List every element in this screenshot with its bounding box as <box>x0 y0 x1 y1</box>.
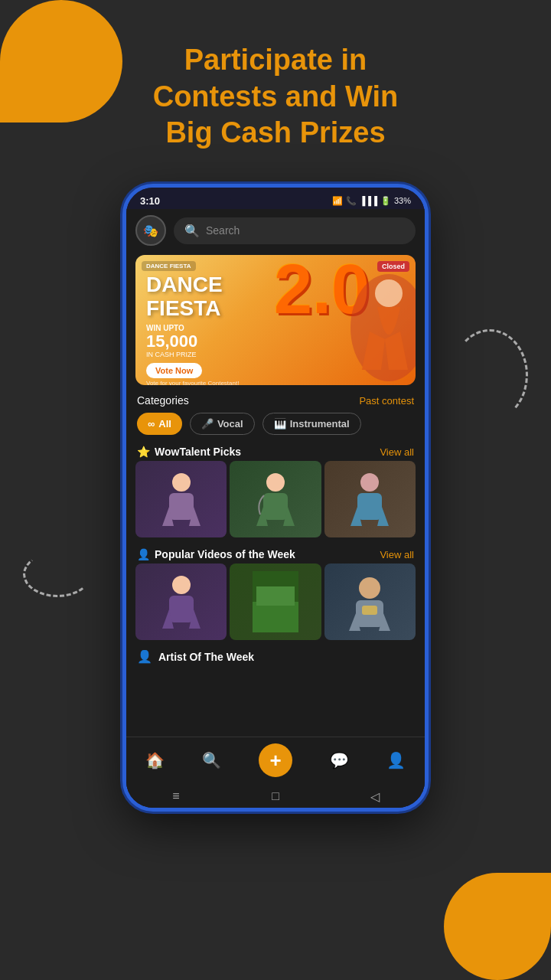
decorative-dashed-curve-left <box>23 551 92 597</box>
top-bar: 🎭 🔍 Search <box>126 209 425 252</box>
popular-videos-grid <box>126 564 425 646</box>
nav-search[interactable]: 🔍 <box>202 750 222 770</box>
search-nav-icon: 🔍 <box>202 750 222 770</box>
wow-video-3[interactable] <box>324 461 416 537</box>
wow-video-1[interactable] <box>135 461 227 537</box>
header-highlight: Cash Prizes <box>220 116 385 149</box>
contest-banner[interactable]: DANCE FIESTA Closed DANCE FIESTA WIN UPT… <box>135 255 416 385</box>
svg-point-6 <box>360 473 379 492</box>
banner-badge: DANCE FIESTA <box>142 261 196 271</box>
popular-videos-label: Popular Videos of the Week <box>155 548 295 560</box>
chat-icon: 💬 <box>329 750 349 770</box>
filter-chips: ∞ All 🎤 Vocal 🎹 Instrumental <box>126 410 425 441</box>
mic-icon: 🎤 <box>201 418 214 430</box>
popular-video-3[interactable] <box>324 564 416 640</box>
wow-talent-title: ⭐ WowTalent Picks <box>137 446 241 458</box>
popular-video-3-overlay <box>324 564 416 640</box>
popular-videos-header: 👤 Popular Videos of the Week View all <box>126 544 425 564</box>
nav-add[interactable]: + <box>259 743 292 777</box>
svg-rect-9 <box>169 596 194 622</box>
status-time: 3:10 <box>140 195 160 207</box>
wow-video-2-overlay <box>230 461 321 537</box>
decorative-blob-bottom-right <box>444 873 551 980</box>
profile-icon: 👤 <box>386 750 406 770</box>
banner-vote-button[interactable]: Vote Now <box>146 363 202 378</box>
svg-point-13 <box>359 577 380 599</box>
header-line1: Participate in <box>184 44 367 76</box>
sys-menu-button[interactable]: ≡ <box>168 788 184 805</box>
past-contest-link[interactable]: Past contest <box>359 395 414 407</box>
popular-videos-view-all[interactable]: View all <box>380 549 414 560</box>
svg-point-8 <box>172 576 191 594</box>
battery-percent: 33% <box>394 196 411 205</box>
status-icons: 📶 📞 ▐▐▐ 🔋 33% <box>332 196 411 206</box>
call-icon: 📞 <box>346 196 357 206</box>
svg-point-2 <box>172 473 191 492</box>
svg-rect-3 <box>169 493 194 520</box>
filter-chip-instrumental[interactable]: 🎹 Instrumental <box>262 413 361 435</box>
piano-icon: 🎹 <box>274 418 286 430</box>
categories-row: Categories Past contest <box>126 388 425 410</box>
home-icon: 🏠 <box>145 750 165 770</box>
bottom-nav: 🏠 🔍 + 💬 👤 <box>126 737 425 782</box>
person-icon: 👤 <box>137 548 150 560</box>
popular-videos-title: 👤 Popular Videos of the Week <box>137 548 295 560</box>
popular-video-2-overlay <box>230 564 321 640</box>
svg-rect-7 <box>357 493 382 520</box>
app-logo[interactable]: 🎭 <box>135 215 166 246</box>
banner-dancer <box>331 270 416 385</box>
wow-talent-grid <box>126 461 425 544</box>
filter-vocal-label: Vocal <box>217 418 243 430</box>
filter-chip-all[interactable]: ∞ All <box>137 413 182 435</box>
header-line3-prefix: Big <box>165 116 220 149</box>
decorative-dashed-curve-right <box>452 329 528 421</box>
filter-all-label: All <box>158 418 171 430</box>
svg-rect-11 <box>253 602 298 632</box>
popular-video-1-overlay <box>135 564 227 640</box>
artist-icon: 👤 <box>137 649 152 664</box>
search-icon: 🔍 <box>184 224 200 238</box>
filter-chip-vocal[interactable]: 🎤 Vocal <box>190 413 255 435</box>
wow-video-3-overlay <box>324 461 416 537</box>
svg-rect-15 <box>362 606 377 615</box>
phone-notch <box>230 188 321 204</box>
header-line2: Contests and Win <box>153 80 399 113</box>
phone-mockup: 3:10 📶 📞 ▐▐▐ 🔋 33% 🎭 🔍 Search DANCE FIES… <box>122 184 429 812</box>
signal-icon: ▐▐▐ <box>360 196 377 205</box>
wow-video-2[interactable] <box>230 461 321 537</box>
sys-home-button[interactable]: □ <box>267 788 284 805</box>
wow-talent-header: ⭐ WowTalent Picks View all <box>126 441 425 461</box>
banner-area: DANCE FIESTA Closed DANCE FIESTA WIN UPT… <box>126 252 425 388</box>
search-bar[interactable]: 🔍 Search <box>174 217 416 244</box>
add-button[interactable]: + <box>259 743 292 777</box>
svg-point-1 <box>375 279 403 307</box>
nav-profile[interactable]: 👤 <box>386 750 406 770</box>
artist-title: Artist Of The Week <box>158 651 254 663</box>
artist-row: 👤 Artist Of The Week <box>126 646 425 667</box>
system-bar: ≡ □ ◁ <box>126 782 425 808</box>
infinity-icon: ∞ <box>148 418 155 430</box>
popular-video-2[interactable] <box>230 564 321 640</box>
categories-label: Categories <box>137 394 189 407</box>
nav-home[interactable]: 🏠 <box>145 750 165 770</box>
svg-point-4 <box>266 473 285 492</box>
svg-rect-12 <box>256 586 295 606</box>
wifi-icon: 📶 <box>332 196 343 206</box>
wow-talent-label: WowTalent Picks <box>155 446 241 458</box>
filter-instrumental-label: Instrumental <box>290 418 350 430</box>
app-content: 🎭 🔍 Search DANCE FIESTA Closed DANCE FIE… <box>126 209 425 808</box>
wow-talent-view-all[interactable]: View all <box>380 446 414 458</box>
wow-video-1-overlay <box>135 461 227 537</box>
header-section: Participate in Contests and Win Big Cash… <box>0 42 551 152</box>
battery-icon: 🔋 <box>380 196 391 206</box>
star-icon: ⭐ <box>137 446 150 458</box>
nav-chat[interactable]: 💬 <box>329 750 349 770</box>
svg-rect-5 <box>263 493 288 520</box>
popular-video-1[interactable] <box>135 564 227 640</box>
search-placeholder: Search <box>206 224 240 237</box>
sys-back-button[interactable]: ◁ <box>367 788 383 805</box>
